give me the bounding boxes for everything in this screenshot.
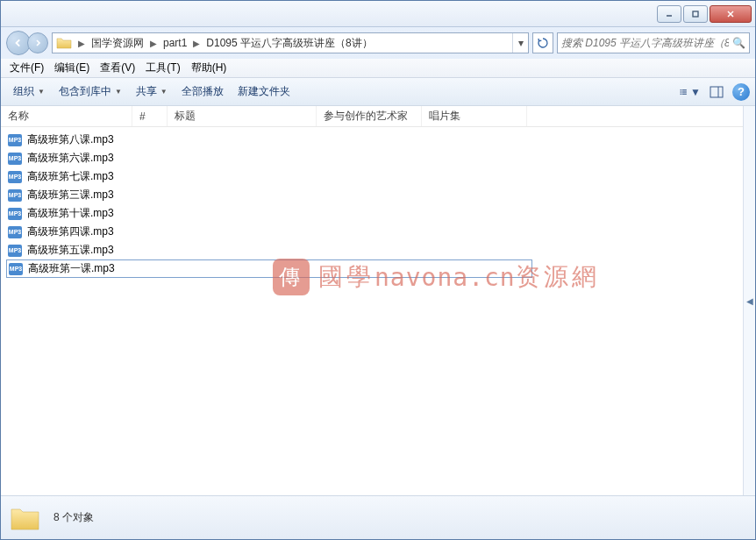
chevron-right-icon: ▶ [190,39,203,48]
file-row[interactable]: MP3高级班第十课.mp3 [1,204,743,223]
file-name: 高级班第十课.mp3 [27,206,114,221]
menu-view[interactable]: 查看(V) [95,59,140,77]
address-bar[interactable]: ▶ 国学资源网 ▶ part1 ▶ D1095 平运八字高级班讲座（8讲） ▾ [52,32,529,53]
address-row: ▶ 国学资源网 ▶ part1 ▶ D1095 平运八字高级班讲座（8讲） ▾ … [1,27,755,59]
file-row[interactable]: MP3高级班第五课.mp3 [1,241,743,259]
status-bar: 8 个对象 [1,495,755,539]
address-dropdown[interactable]: ▾ [512,33,528,53]
menu-edit[interactable]: 编辑(E) [49,59,95,77]
search-input[interactable] [561,37,729,49]
menu-file[interactable]: 文件(F) [4,59,49,77]
mp3-icon: MP3 [8,134,22,146]
status-text: 8 个对象 [53,510,94,525]
svg-rect-5 [682,89,687,90]
search-box[interactable]: 🔍 [557,32,750,53]
mp3-icon: MP3 [8,226,22,238]
mp3-icon: MP3 [8,171,22,183]
folder-icon [10,504,41,532]
chevron-down-icon: ▼ [115,88,122,96]
svg-rect-4 [681,89,682,90]
mp3-icon: MP3 [8,208,22,220]
breadcrumb-item[interactable]: D1095 平运八字高级班讲座（8讲） [203,36,375,51]
preview-handle[interactable]: ◀ [743,106,755,495]
chevron-right-icon: ▶ [75,39,88,48]
col-num[interactable]: # [132,106,168,126]
search-icon: 🔍 [732,37,745,49]
folder-icon [56,36,72,50]
svg-rect-9 [682,93,687,94]
file-row[interactable]: MP3高级班第四课.mp3 [1,223,743,241]
organize-button[interactable]: 组织▼ [6,82,52,102]
svg-rect-6 [681,91,682,92]
column-headers: 名称 # 标题 参与创作的艺术家 唱片集 [1,106,743,127]
titlebar [1,1,755,27]
file-name: 高级班第六课.mp3 [27,151,114,166]
content-area: 名称 # 标题 参与创作的艺术家 唱片集 傳 國學 navona.cn 资源網 … [1,106,755,495]
svg-rect-1 [693,11,698,17]
include-button[interactable]: 包含到库中▼ [52,82,129,102]
chevron-down-icon: ▼ [38,88,45,96]
mp3-icon: MP3 [8,189,22,202]
file-row[interactable]: MP3高级班第八课.mp3 [1,131,743,149]
file-name: 高级班第一课.mp3 [28,261,115,276]
refresh-button[interactable] [532,32,553,53]
view-options-button[interactable]: ▼ [680,82,701,102]
file-name: 高级班第四课.mp3 [27,224,114,239]
file-pane: 名称 # 标题 参与创作的艺术家 唱片集 傳 國學 navona.cn 资源網 … [1,106,743,495]
col-name[interactable]: 名称 [1,106,132,126]
file-row[interactable]: MP3高级班第七课.mp3 [1,167,743,186]
file-list[interactable]: 傳 國學 navona.cn 资源網 MP3高级班第八课.mp3MP3高级班第六… [1,127,743,495]
minimize-button[interactable] [657,5,681,23]
file-name: 高级班第七课.mp3 [27,169,114,184]
file-row[interactable]: MP3高级班第三课.mp3 [1,186,743,204]
mp3-icon: MP3 [9,263,23,275]
col-title[interactable]: 标题 [168,106,317,126]
mp3-icon: MP3 [8,245,22,257]
mp3-icon: MP3 [8,153,22,165]
col-artist[interactable]: 参与创作的艺术家 [317,106,422,126]
newfolder-button[interactable]: 新建文件夹 [231,82,297,102]
breadcrumb-item[interactable]: 国学资源网 [88,36,147,51]
file-name: 高级班第三课.mp3 [27,188,114,202]
file-row[interactable]: MP3高级班第一课.mp3 [6,259,532,278]
preview-pane-button[interactable] [706,82,727,102]
menu-help[interactable]: 帮助(H) [186,59,232,77]
svg-rect-8 [681,93,682,94]
file-name: 高级班第八课.mp3 [27,132,114,147]
explorer-window: ▶ 国学资源网 ▶ part1 ▶ D1095 平运八字高级班讲座（8讲） ▾ … [0,0,756,540]
playall-button[interactable]: 全部播放 [175,82,231,102]
chevron-down-icon: ▼ [160,88,168,96]
breadcrumb-item[interactable]: part1 [160,37,190,49]
svg-rect-10 [710,87,723,97]
forward-button[interactable] [27,32,48,53]
menu-bar: 文件(F) 编辑(E) 查看(V) 工具(T) 帮助(H) [1,59,755,78]
menu-tools[interactable]: 工具(T) [140,59,185,77]
help-button[interactable]: ? [732,83,750,101]
close-button[interactable] [710,5,752,23]
file-name: 高级班第五课.mp3 [27,243,114,258]
chevron-right-icon: ▶ [147,39,160,48]
maximize-button[interactable] [683,5,708,23]
file-row[interactable]: MP3高级班第六课.mp3 [1,149,743,167]
svg-rect-7 [682,91,687,92]
col-album[interactable]: 唱片集 [422,106,527,126]
share-button[interactable]: 共享▼ [129,82,175,102]
toolbar: 组织▼ 包含到库中▼ 共享▼ 全部播放 新建文件夹 ▼ ? [1,78,755,106]
